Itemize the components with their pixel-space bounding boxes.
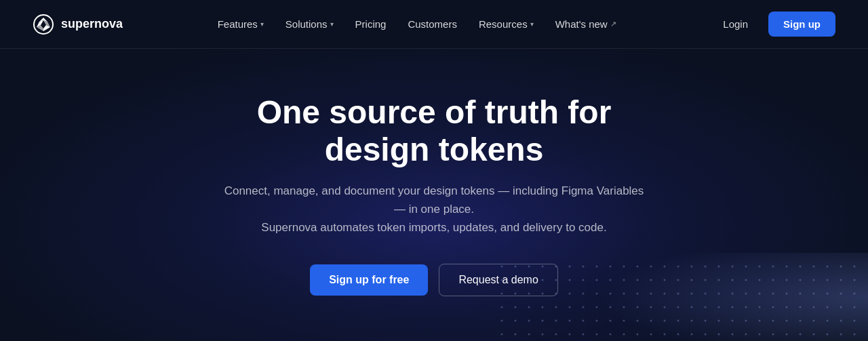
svg-point-101 [745,306,747,308]
svg-point-85 [528,306,530,308]
hero-subtitle-line2: Supernova automates token imports, updat… [261,221,606,234]
svg-point-96 [677,306,679,308]
svg-point-87 [555,306,557,308]
svg-point-88 [569,306,571,308]
svg-point-42 [677,279,679,281]
svg-point-83 [501,306,503,308]
svg-point-108 [840,306,842,308]
svg-point-14 [664,266,666,268]
svg-point-28 [854,266,856,268]
svg-point-115 [569,320,571,322]
svg-point-20 [745,266,747,268]
svg-point-39 [637,279,639,281]
svg-point-124 [691,320,693,322]
nav-pricing[interactable]: Pricing [346,13,396,35]
svg-point-82 [854,293,856,295]
svg-point-113 [542,320,544,322]
svg-point-78 [800,293,802,295]
svg-point-76 [772,293,774,295]
svg-point-15 [677,266,679,268]
chevron-down-icon: ▾ [330,20,334,28]
nav-features[interactable]: Features ▾ [208,13,273,35]
svg-point-146 [623,334,625,336]
svg-point-148 [650,334,652,336]
svg-point-112 [528,320,530,322]
svg-point-17 [705,266,707,268]
svg-point-92 [623,306,625,308]
svg-point-103 [772,306,774,308]
svg-point-130 [772,320,774,322]
svg-point-132 [800,320,802,322]
svg-point-126 [718,320,720,322]
svg-point-44 [705,279,707,281]
svg-point-37 [610,279,612,281]
svg-point-134 [827,320,829,322]
svg-point-49 [772,279,774,281]
signup-button[interactable]: Sign up [768,12,835,37]
svg-point-110 [501,320,503,322]
svg-point-86 [542,306,544,308]
login-button[interactable]: Login [711,13,760,35]
hero-subtitle: Connect, manage, and document your desig… [224,182,644,237]
svg-point-80 [827,293,829,295]
svg-point-100 [732,306,734,308]
signup-free-button[interactable]: Sign up for free [310,264,428,296]
svg-point-151 [691,334,693,336]
svg-point-12 [637,266,639,268]
svg-point-25 [813,266,815,268]
nav-solutions-label: Solutions [285,18,328,30]
svg-point-43 [691,279,693,281]
logo-icon [33,14,54,35]
svg-point-90 [596,306,598,308]
svg-point-116 [583,320,585,322]
hero-buttons: Sign up for free Request a demo [310,264,558,296]
chevron-down-icon: ▾ [260,20,264,28]
svg-point-109 [854,306,856,308]
svg-point-155 [745,334,747,336]
svg-point-79 [813,293,815,295]
svg-point-117 [596,320,598,322]
svg-point-143 [583,334,585,336]
nav-customers[interactable]: Customers [398,13,467,35]
nav-whats-new[interactable]: What's new ↗ [546,13,626,35]
svg-point-118 [610,320,612,322]
svg-point-65 [623,293,625,295]
svg-point-84 [515,306,517,308]
svg-point-62 [583,293,585,295]
svg-point-95 [664,306,666,308]
svg-point-150 [677,334,679,336]
nav-customers-label: Customers [408,18,457,30]
svg-point-52 [813,279,815,281]
hero-subtitle-line1: Connect, manage, and document your desig… [224,184,644,216]
svg-point-11 [623,266,625,268]
hero-title: One source of truth for design tokens [203,94,665,168]
navigation: supernova Features ▾ Solutions ▾ Pricing… [0,0,868,49]
nav-solutions[interactable]: Solutions ▾ [276,13,343,35]
chevron-down-icon: ▾ [530,20,534,28]
svg-point-35 [583,279,585,281]
nav-resources[interactable]: Resources ▾ [469,13,543,35]
svg-point-141 [555,334,557,336]
svg-point-149 [664,334,666,336]
svg-point-105 [800,306,802,308]
nav-links: Features ▾ Solutions ▾ Pricing Customers… [208,13,626,35]
svg-point-104 [786,306,788,308]
brand-name: supernova [61,17,123,31]
svg-point-73 [732,293,734,295]
svg-point-98 [705,306,707,308]
svg-point-75 [759,293,761,295]
svg-point-26 [827,266,829,268]
svg-point-137 [501,334,503,336]
svg-point-136 [854,320,856,322]
svg-point-152 [705,334,707,336]
nav-actions: Login Sign up [711,12,835,37]
svg-point-54 [840,279,842,281]
logo[interactable]: supernova [33,14,123,35]
request-demo-button[interactable]: Request a demo [439,264,557,296]
svg-point-144 [596,334,598,336]
svg-point-16 [691,266,693,268]
svg-point-159 [800,334,802,336]
svg-point-120 [637,320,639,322]
svg-point-99 [718,306,720,308]
svg-point-102 [759,306,761,308]
